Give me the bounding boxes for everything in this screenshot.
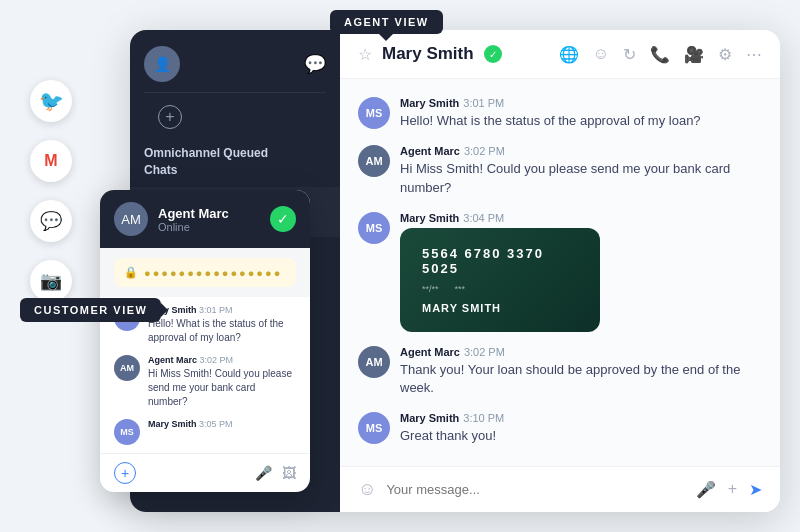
message-bubble: Hello! What is the status of the approva… [400,112,762,131]
message-bubble: Great thank you! [400,427,762,446]
avatar: MS [358,212,390,244]
card-number: 5564 6780 3370 5025 [422,246,578,276]
cv-avatar: AM [114,355,140,381]
gmail-icon: M [30,140,72,182]
card-details: **/** *** [422,284,578,294]
message-row: MS Mary Smith3:01 PM Hello! What is the … [358,97,762,131]
message-row: AM Agent Marc3:02 PM Hi Miss Smith! Coul… [358,145,762,198]
message-meta: Agent Marc3:02 PM [400,145,762,157]
customer-view-footer: + 🎤 🖼 [100,453,310,492]
agent-avatar: AM [114,202,148,236]
more-icon[interactable]: ⋯ [746,45,762,64]
customer-view-header: AM Agent Marc Online ✓ [100,190,310,248]
card-expiry: **/** [422,284,439,294]
whatsapp-status-badge: ✓ [484,45,502,63]
agent-name: Agent Marc [158,206,229,221]
star-icon[interactable]: ☆ [358,45,372,64]
cv-sender: Mary Smith [148,419,197,429]
card-cvv: *** [455,284,466,294]
chat-header: ☆ Mary Smith ✓ 🌐 ☺ ↻ 📞 🎥 ⚙ ⋯ [340,30,780,79]
chat-panel: ☆ Mary Smith ✓ 🌐 ☺ ↻ 📞 🎥 ⚙ ⋯ MS [340,30,780,512]
chat-input-bar: ☺ 🎤 + ➤ [340,466,780,512]
message-content: Agent Marc3:02 PM Hi Miss Smith! Could y… [400,145,762,198]
add-icon[interactable]: + [728,480,737,499]
message-meta: Mary Smith3:04 PM [400,212,762,224]
emoji-icon[interactable]: ☺ [593,45,609,64]
sidebar-header: 👤 💬 [130,30,340,92]
image-icon[interactable]: 🖼 [282,465,296,481]
emoji-button[interactable]: ☺ [358,479,376,500]
cv-message-content: Mary Smith 3:05 PM [148,419,296,431]
message-sender: Agent Marc [400,145,460,157]
cv-sender: Agent Marc [148,355,197,365]
chat-contact-name: Mary Smith [382,44,474,64]
avatar: AM [358,346,390,378]
agent-status: Online [158,221,229,233]
message-sender: Mary Smith [400,97,459,109]
phone-icon[interactable]: 📞 [650,45,670,64]
message-sender: Mary Smith [400,212,459,224]
customer-view-panel: AM Agent Marc Online ✓ 🔒 ●●●●●●●●●●●●●●●… [100,190,310,492]
agent-view-label: AGENT VIEW [330,10,443,34]
instagram-icon: 📷 [30,260,72,302]
avatar: MS [358,97,390,129]
video-icon[interactable]: 🎥 [684,45,704,64]
add-button[interactable]: + [114,462,136,484]
microphone-icon[interactable]: 🎤 [255,465,272,481]
masked-input: ●●●●●●●●●●●●●●●● [144,267,282,279]
credit-card: 5564 6780 3370 5025 **/** *** MARY SMITH [400,228,600,332]
cv-message-meta: Mary Smith 3:01 PM [148,305,296,315]
footer-icons: 🎤 🖼 [255,465,296,481]
message-row: AM Agent Marc3:02 PM Thank you! Your loa… [358,346,762,399]
message-bubble: Thank you! Your loan should be approved … [400,361,762,399]
cv-message-row: AM Agent Marc 3:02 PM Hi Miss Smith! Cou… [114,355,296,409]
message-row: MS Mary Smith3:10 PM Great thank you! [358,412,762,446]
message-content: Mary Smith3:01 PM Hello! What is the sta… [400,97,762,131]
sidebar-user-avatar: 👤 [144,46,180,82]
message-content: Mary Smith3:04 PM 5564 6780 3370 5025 **… [400,212,762,332]
message-bubble: Hi Miss Smith! Could you please send me … [400,160,762,198]
message-meta: Mary Smith3:10 PM [400,412,762,424]
cv-message-meta: Agent Marc 3:02 PM [148,355,296,365]
message-content: Agent Marc3:02 PM Thank you! Your loan s… [400,346,762,399]
messenger-icon: 💬 [30,200,72,242]
message-sender: Agent Marc [400,346,460,358]
lock-icon: 🔒 [124,266,138,279]
send-icon[interactable]: ➤ [749,480,762,499]
card-holder-name: MARY SMITH [422,302,578,314]
chat-icon: 💬 [304,53,326,75]
sidebar-section-label: Omnichannel QueuedChats [130,143,340,187]
chat-header-actions: 🌐 ☺ ↻ 📞 🎥 ⚙ ⋯ [559,45,762,64]
twitter-icon: 🐦 [30,80,72,122]
messages-area: MS Mary Smith3:01 PM Hello! What is the … [340,79,780,466]
refresh-icon[interactable]: ↻ [623,45,636,64]
cv-message-content: Mary Smith 3:01 PM Hello! What is the st… [148,305,296,345]
cv-avatar: MS [114,419,140,445]
message-meta: Mary Smith3:01 PM [400,97,762,109]
cv-message-text: Hi Miss Smith! Could you please send me … [148,367,296,409]
message-content: Mary Smith3:10 PM Great thank you! [400,412,762,446]
cv-message-text: Hello! What is the status of the approva… [148,317,296,345]
settings-icon[interactable]: ⚙ [718,45,732,64]
add-chat-button[interactable]: + [158,105,182,129]
message-row: MS Mary Smith3:04 PM 5564 6780 3370 5025… [358,212,762,332]
customer-input-area: 🔒 ●●●●●●●●●●●●●●●● [100,248,310,297]
message-meta: Agent Marc3:02 PM [400,346,762,358]
globe-icon[interactable]: 🌐 [559,45,579,64]
customer-input-fake[interactable]: 🔒 ●●●●●●●●●●●●●●●● [114,258,296,287]
message-sender: Mary Smith [400,412,459,424]
whatsapp-icon: ✓ [270,206,296,232]
social-icons-container: 🐦 M 💬 📷 [30,80,72,302]
microphone-icon[interactable]: 🎤 [696,480,716,499]
message-input[interactable] [386,482,685,497]
cv-message-content: Agent Marc 3:02 PM Hi Miss Smith! Could … [148,355,296,409]
customer-view-label: CUSTOMER VIEW [20,298,161,322]
avatar: MS [358,412,390,444]
cv-message-meta: Mary Smith 3:05 PM [148,419,296,429]
cv-message-row: MS Mary Smith 3:05 PM [114,419,296,445]
avatar: AM [358,145,390,177]
input-action-icons: 🎤 + ➤ [696,480,762,499]
